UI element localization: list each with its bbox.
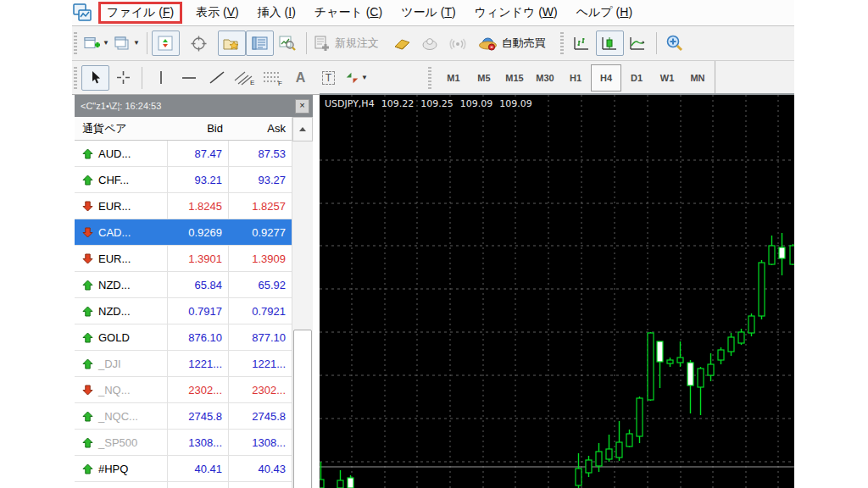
scrollbar-track[interactable]: [292, 141, 313, 488]
symbol-label: EUR...: [98, 200, 131, 213]
arrows-tool-button[interactable]: ▼: [342, 65, 370, 91]
menu-item-h[interactable]: ヘルプ (H): [576, 5, 632, 20]
equidistant-channel-tool-button[interactable]: E: [231, 65, 259, 91]
timeframe-button-m5[interactable]: M5: [469, 64, 499, 92]
crosshair-tool-button[interactable]: [109, 65, 137, 91]
vertical-line-tool-button[interactable]: [147, 65, 175, 91]
close-icon[interactable]: ×: [295, 99, 309, 114]
data-window-button[interactable]: [185, 30, 213, 56]
bid-value: 1.3901: [168, 246, 229, 271]
symbol-label: CHF...: [98, 174, 129, 186]
signals-button[interactable]: [444, 30, 472, 56]
candle: [698, 367, 704, 415]
timeframe-button-mn[interactable]: MN: [682, 64, 713, 92]
market-watch-row-NZD[interactable]: NZD...0.79170.7921: [75, 298, 292, 324]
market-watch-row-#HPQ[interactable]: #HPQ40.4140.43: [75, 456, 292, 482]
fibonacci-tool-button[interactable]: F: [259, 65, 287, 91]
zoom-in-button[interactable]: [661, 30, 689, 56]
scrollbar-thumb[interactable]: [293, 330, 312, 488]
scroll-up-button[interactable]: [292, 117, 313, 141]
market-watch-row-AUD[interactable]: AUD...87.4787.53: [75, 141, 292, 167]
toolbar-grip[interactable]: [560, 32, 564, 54]
market-watch-row-NZD[interactable]: NZD...65.8465.92: [75, 272, 292, 298]
market-watch-row-#IBM[interactable]: #IBM163.92163.96: [75, 482, 292, 488]
menu-item-f[interactable]: ファイル (F): [98, 2, 182, 24]
market-watch-title: <C"z1•\Z¦: 16:24:53: [81, 101, 161, 111]
market-watch-row-GOLD[interactable]: GOLD876.10877.10: [75, 324, 292, 351]
symbol-label: GOLD: [98, 331, 130, 344]
trend-up-icon: [82, 411, 93, 422]
line-studies-toolbar: E F A T ▼ M1M5M15M30H1H4D1W1MN: [72, 61, 794, 95]
menu-item-t[interactable]: ツール (T): [401, 5, 455, 20]
symbol-label: _SP500: [98, 436, 137, 449]
timeframe-button-h4[interactable]: H4: [591, 64, 621, 92]
toolbar-grip[interactable]: [74, 32, 77, 54]
symbol-label: NZD...: [98, 279, 131, 291]
bar-chart-mode-button[interactable]: [568, 30, 596, 56]
market-watch-row-CAD[interactable]: CAD...0.92690.9277: [75, 219, 292, 246]
menu-bar: ファイル (F)表示 (V)挿入 (I)チャート (C)ツール (T)ウィンドウ…: [72, 0, 794, 26]
new-order-icon: [314, 36, 331, 52]
new-order-button[interactable]: 新規注文: [311, 30, 381, 56]
metaeditor-button[interactable]: [388, 30, 416, 56]
ask-value: 877.10: [229, 324, 292, 350]
price-chart-svg[interactable]: [320, 95, 794, 488]
column-header-bid[interactable]: Bid: [168, 122, 229, 135]
trendline-tool-button[interactable]: [203, 65, 231, 91]
autotrading-button[interactable]: 自動売買: [476, 30, 548, 56]
horizontal-line-tool-button[interactable]: [175, 65, 203, 91]
market-watch-row-_NQC[interactable]: _NQC...2745.82745.8: [75, 403, 292, 430]
strategy-tester-button[interactable]: [274, 30, 302, 56]
toolbar-grip[interactable]: [428, 67, 431, 89]
text-tool-button[interactable]: A: [287, 65, 314, 91]
toolbar-grip[interactable]: [74, 67, 77, 89]
menu-item-c[interactable]: チャート (C): [314, 5, 382, 20]
market-watch-row-EUR[interactable]: EUR...1.39011.3909: [75, 246, 292, 272]
menu-item-v[interactable]: 表示 (V): [196, 5, 239, 20]
market-watch-toggle-button[interactable]: [152, 30, 180, 56]
market-watch-row-_DJI[interactable]: _DJI1221...1221...: [75, 351, 292, 377]
new-chart-button[interactable]: ▼: [81, 30, 112, 56]
bid-value: 1221...: [168, 351, 229, 376]
symbol-label: _DJI: [98, 358, 121, 370]
menu-item-i[interactable]: 挿入 (I): [258, 5, 296, 20]
line-chart-mode-button[interactable]: [624, 30, 652, 56]
market-watch-row-CHF[interactable]: CHF...93.2193.27: [75, 167, 292, 193]
toolbar-separator: [147, 32, 147, 54]
column-header-ask[interactable]: Ask: [229, 122, 292, 135]
menu-item-w[interactable]: ウィンドウ (W): [475, 5, 558, 20]
column-header-symbol[interactable]: 通貨ペア: [75, 121, 168, 136]
trend-up-icon: [82, 463, 93, 474]
terminal-button[interactable]: [246, 30, 274, 56]
candlestick-mode-button[interactable]: [596, 30, 624, 56]
vertical-line-icon: [155, 70, 167, 85]
ask-value: 40.43: [229, 456, 292, 481]
candle: [759, 260, 765, 319]
community-button[interactable]: [416, 30, 444, 56]
cursor-tool-button[interactable]: [81, 65, 109, 91]
market-watch-titlebar[interactable]: <C"z1•\Z¦: 16:24:53 ×: [75, 95, 313, 117]
candle: [320, 462, 324, 488]
strategy-tester-icon: [279, 36, 296, 51]
trend-down-icon: [82, 385, 93, 396]
market-watch-row-_NQ[interactable]: _NQ...2302...2302...: [75, 377, 292, 403]
chart-window[interactable]: USDJPY,H4 109.22 109.25 109.09 109.09: [320, 93, 794, 488]
market-watch-scrollbar[interactable]: [292, 117, 313, 488]
timeframe-button-m30[interactable]: M30: [530, 64, 560, 92]
timeframe-button-m1[interactable]: M1: [438, 64, 469, 92]
timeframe-button-d1[interactable]: D1: [621, 64, 652, 92]
candle: [606, 435, 612, 462]
timeframe-button-w1[interactable]: W1: [652, 64, 682, 92]
text-label-tool-button[interactable]: T: [314, 65, 342, 91]
chart-close: 109.09: [499, 98, 532, 109]
timeframe-toolbar: M1M5M15M30H1H4D1W1MN: [426, 61, 715, 94]
timeframe-button-h1[interactable]: H1: [560, 64, 591, 92]
ask-value: 65.92: [229, 272, 292, 297]
navigator-button[interactable]: [218, 30, 246, 56]
profiles-button[interactable]: ▼: [112, 30, 142, 56]
market-watch-row-EUR[interactable]: EUR...1.82451.8257: [75, 193, 292, 219]
timeframe-button-m15[interactable]: M15: [499, 64, 530, 92]
profiles-icon: [114, 36, 131, 51]
bar-chart-mode-icon: [572, 36, 591, 52]
market-watch-row-_SP500[interactable]: _SP5001308...1308...: [75, 430, 292, 456]
